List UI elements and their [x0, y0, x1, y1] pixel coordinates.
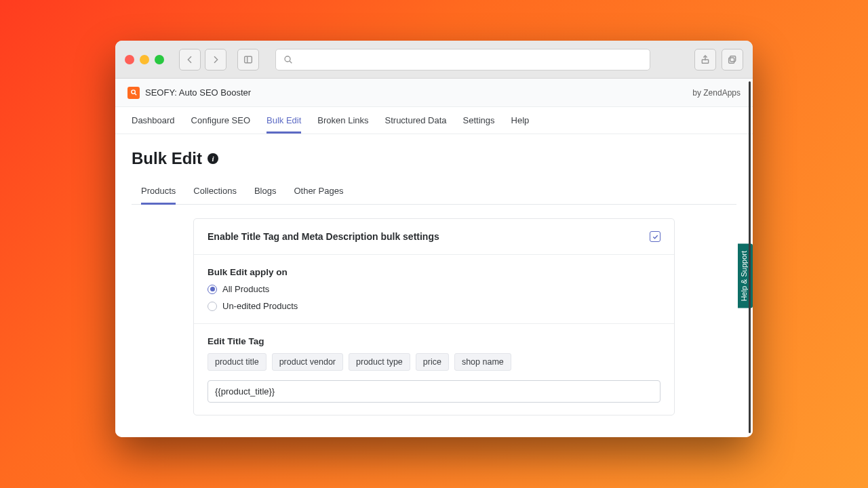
chip-product-title[interactable]: product title [208, 353, 267, 371]
app-header: SEOFY: Auto SEO Booster by ZendApps [115, 79, 753, 107]
content-area: Bulk Edit i Products Collections Blogs O… [115, 134, 753, 437]
radio-label: Un-edited Products [222, 301, 298, 311]
browser-chrome [115, 41, 753, 79]
title-tag-heading: Edit Title Tag [208, 336, 660, 346]
chip-product-vendor[interactable]: product vendor [272, 353, 343, 371]
forward-button[interactable] [205, 49, 226, 70]
title-tag-input[interactable] [208, 380, 660, 403]
nav-configure-seo[interactable]: Configure SEO [191, 108, 250, 133]
subtab-collections[interactable]: Collections [193, 178, 237, 204]
nav-help[interactable]: Help [511, 108, 530, 133]
nav-broken-links[interactable]: Broken Links [317, 108, 368, 133]
svg-rect-6 [729, 58, 734, 63]
svg-point-2 [285, 56, 290, 62]
subtab-other-pages[interactable]: Other Pages [294, 178, 343, 204]
check-icon [652, 233, 659, 241]
info-icon[interactable]: i [208, 153, 218, 164]
svg-rect-0 [245, 56, 252, 62]
enable-checkbox[interactable] [650, 231, 660, 242]
search-icon [283, 54, 294, 65]
nav-group [179, 49, 226, 70]
app-byline: by ZendApps [692, 88, 741, 98]
nav-settings[interactable]: Settings [463, 108, 495, 133]
apply-title: Bulk Edit apply on [208, 267, 660, 277]
apply-section: Bulk Edit apply on All Products Un-edite… [194, 255, 674, 324]
app-logo-icon [127, 87, 140, 99]
title-tag-section: Edit Title Tag product title product ven… [194, 324, 674, 415]
share-button[interactable] [694, 49, 716, 70]
chip-price[interactable]: price [416, 353, 449, 371]
svg-point-7 [131, 90, 135, 94]
svg-line-8 [134, 94, 136, 96]
chrome-right-group [694, 49, 743, 70]
radio-label: All Products [222, 284, 269, 294]
nav-dashboard[interactable]: Dashboard [132, 108, 175, 133]
radio-unedited-products[interactable]: Un-edited Products [208, 301, 660, 311]
minimize-icon[interactable] [140, 55, 149, 64]
chip-product-type[interactable]: product type [349, 353, 410, 371]
window-controls [125, 55, 164, 64]
nav-bulk-edit[interactable]: Bulk Edit [267, 108, 301, 133]
svg-line-3 [290, 61, 292, 63]
close-icon[interactable] [125, 55, 134, 64]
tabs-icon [727, 54, 738, 65]
sidebar-icon [243, 54, 254, 65]
radio-icon [208, 285, 217, 294]
page-title-row: Bulk Edit i [132, 149, 736, 168]
nav-structured-data[interactable]: Structured Data [385, 108, 447, 133]
sub-tabs: Products Collections Blogs Other Pages [132, 178, 736, 205]
tabs-button[interactable] [722, 49, 743, 70]
maximize-icon[interactable] [155, 55, 164, 64]
bulk-edit-card: Enable Title Tag and Meta Description bu… [193, 218, 675, 415]
enable-section: Enable Title Tag and Meta Description bu… [194, 219, 674, 255]
subtab-blogs[interactable]: Blogs [254, 178, 277, 204]
app-name: SEOFY: Auto SEO Booster [145, 87, 251, 98]
chevron-left-icon [184, 54, 195, 65]
chevron-right-icon [210, 54, 221, 65]
scrollbar[interactable] [749, 81, 751, 433]
variable-chips: product title product vendor product typ… [208, 353, 660, 371]
subtab-products[interactable]: Products [141, 178, 176, 204]
page-title: Bulk Edit [132, 149, 202, 168]
radio-all-products[interactable]: All Products [208, 284, 660, 294]
app-title-group: SEOFY: Auto SEO Booster [127, 87, 251, 99]
back-button[interactable] [179, 49, 201, 70]
share-icon [700, 54, 711, 65]
radio-icon [208, 302, 217, 311]
address-bar[interactable] [275, 49, 650, 70]
svg-rect-5 [730, 56, 736, 61]
main-nav: Dashboard Configure SEO Bulk Edit Broken… [115, 107, 753, 134]
app-window: SEOFY: Auto SEO Booster by ZendApps Dash… [115, 41, 753, 437]
enable-label: Enable Title Tag and Meta Description bu… [208, 231, 439, 242]
chip-shop-name[interactable]: shop name [454, 353, 511, 371]
sidebar-toggle-button[interactable] [237, 49, 259, 70]
